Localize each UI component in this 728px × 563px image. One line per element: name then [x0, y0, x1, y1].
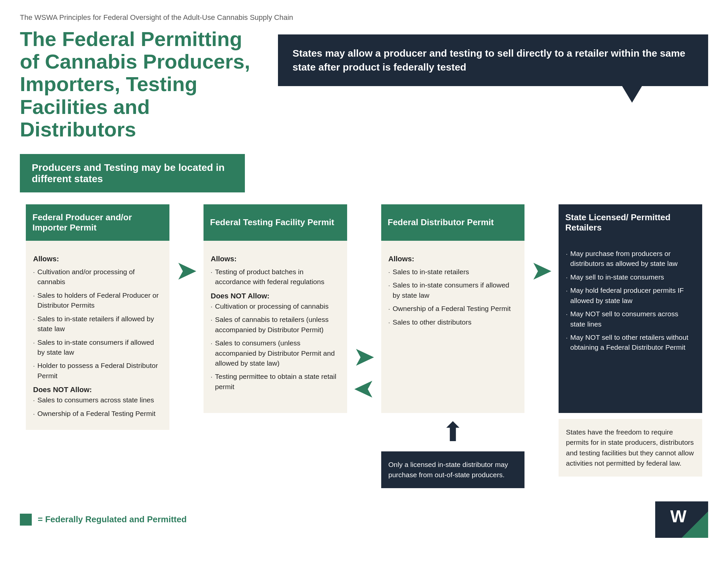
bullet-icon: · — [566, 287, 568, 295]
left-arrow-icon: ➤ — [353, 377, 375, 403]
producer-body: Allows: · Cultivation and/or processing … — [26, 241, 169, 430]
list-item: · Sales to holders of Federal Producer o… — [33, 291, 162, 311]
producer-does-not-allow-label: Does NOT Allow: — [33, 386, 92, 394]
arrow-producer-to-testing: ➤ — [175, 204, 198, 284]
bullet-icon: · — [33, 292, 35, 300]
bullet-icon: · — [211, 373, 212, 381]
footer: = Federally Regulated and Permitted W — [20, 501, 708, 538]
list-item: · May NOT sell to other retailers withou… — [566, 333, 695, 353]
list-item: · Cultivation and/or processing of canna… — [33, 267, 162, 287]
testing-body: Allows: · Testing of product batches in … — [204, 241, 347, 413]
right-arrow-icon-2: ➤ — [353, 344, 375, 370]
bullet-icon: · — [211, 316, 212, 324]
list-item: · Testing of product batches in accordan… — [211, 267, 340, 287]
list-item: · May purchase from producers or distrib… — [566, 249, 695, 269]
list-item: · May NOT sell to consumers across state… — [566, 309, 695, 329]
list-item: · Sales to in-state retailers if allowed… — [33, 314, 162, 334]
list-item: · Sales of cannabis to retailers (unless… — [211, 315, 340, 335]
bullet-icon: · — [33, 268, 35, 276]
right-arrow-icon-3: ➤ — [530, 257, 553, 284]
list-item: · Holder to possess a Federal Distributo… — [33, 361, 162, 381]
bullet-icon: · — [211, 303, 212, 311]
list-item: · Testing permittee to obtain a state re… — [211, 372, 340, 392]
distributor-body: Allows: · Sales to in-state retailers · … — [381, 241, 525, 413]
column-testing: Federal Testing Facility Permit Allows: … — [198, 204, 353, 413]
bullet-icon: · — [33, 315, 35, 324]
list-item: · May sell to in-state consumers — [566, 272, 695, 282]
callout-box: States may allow a producer and testing … — [278, 34, 708, 86]
list-item: · Ownership of a Federal Testing Permit — [33, 409, 162, 419]
footer-legend: = Federally Regulated and Permitted — [20, 514, 187, 526]
list-item: · Sales to consumers (unless accompanied… — [211, 338, 340, 368]
column-producer: Federal Producer and/or Importer Permit … — [20, 204, 175, 430]
distributor-allows-label: Allows: — [388, 253, 518, 264]
logo-w-letter: W — [670, 506, 686, 526]
list-item: · Sales to in-state retailers — [388, 267, 518, 277]
bullet-icon: · — [388, 268, 390, 276]
legend-color-box — [20, 514, 32, 526]
producer-header: Federal Producer and/or Importer Permit — [26, 204, 169, 241]
list-item: · Sales to in-state consumers if allowed… — [388, 280, 518, 301]
list-item: · May hold federal producer permits IF a… — [566, 286, 695, 306]
columns-wrapper: Federal Producer and/or Importer Permit … — [20, 204, 708, 488]
list-item: · Sales to in-state consumers if allowed… — [33, 338, 162, 358]
bullet-icon: · — [566, 250, 568, 258]
bullet-icon: · — [388, 318, 390, 327]
legend-label: = Federally Regulated and Permitted — [38, 514, 187, 525]
testing-allows-label: Allows: — [211, 253, 340, 264]
list-item: · Cultivation or processing of cannabis — [211, 302, 340, 311]
main-title: The Federal Permitting of Cannabis Produ… — [20, 28, 251, 141]
column-distributor: Federal Distributor Permit Allows: · Sal… — [375, 204, 531, 488]
bullet-icon: · — [388, 305, 390, 313]
bullet-icon: · — [388, 281, 390, 290]
bullet-icon: · — [33, 362, 35, 370]
arrow-testing-back: ➤ ➤ — [353, 204, 375, 403]
bullet-icon: · — [211, 268, 212, 276]
testing-does-not-allow-label: Does NOT Allow: — [211, 292, 270, 300]
state-header: State Licensed/ Permitted Retailers — [559, 204, 702, 241]
distributor-bottom-box: Only a licensed in-state distributor may… — [381, 451, 525, 488]
banner: Producers and Testing may be located in … — [20, 154, 245, 192]
bullet-icon: · — [33, 396, 35, 405]
bullet-icon: · — [33, 339, 35, 347]
up-arrow-icon: ⬆ — [442, 419, 464, 446]
list-item: · Sales to consumers across state lines — [33, 395, 162, 405]
producer-allows-label: Allows: — [33, 253, 162, 264]
bullet-icon: · — [33, 410, 35, 418]
list-item: · Sales to other distributors — [388, 317, 518, 327]
state-body: · May purchase from producers or distrib… — [559, 241, 702, 413]
bullet-icon: · — [211, 339, 212, 348]
column-state: State Licensed/ Permitted Retailers · Ma… — [553, 204, 708, 477]
wswa-logo: W — [655, 501, 708, 538]
bullet-icon: · — [566, 334, 568, 342]
list-item: · Ownership of a Federal Testing Permit — [388, 304, 518, 314]
distributor-header: Federal Distributor Permit — [381, 204, 525, 241]
state-bottom-box: States have the freedom to require permi… — [559, 419, 702, 477]
right-arrow-icon: ➤ — [175, 257, 198, 284]
subtitle: The WSWA Principles for Federal Oversigh… — [20, 13, 708, 22]
testing-header: Federal Testing Facility Permit — [204, 204, 347, 241]
arrow-dist-to-state: ➤ — [530, 204, 553, 284]
bullet-icon: · — [566, 273, 568, 282]
bullet-icon: · — [566, 310, 568, 319]
